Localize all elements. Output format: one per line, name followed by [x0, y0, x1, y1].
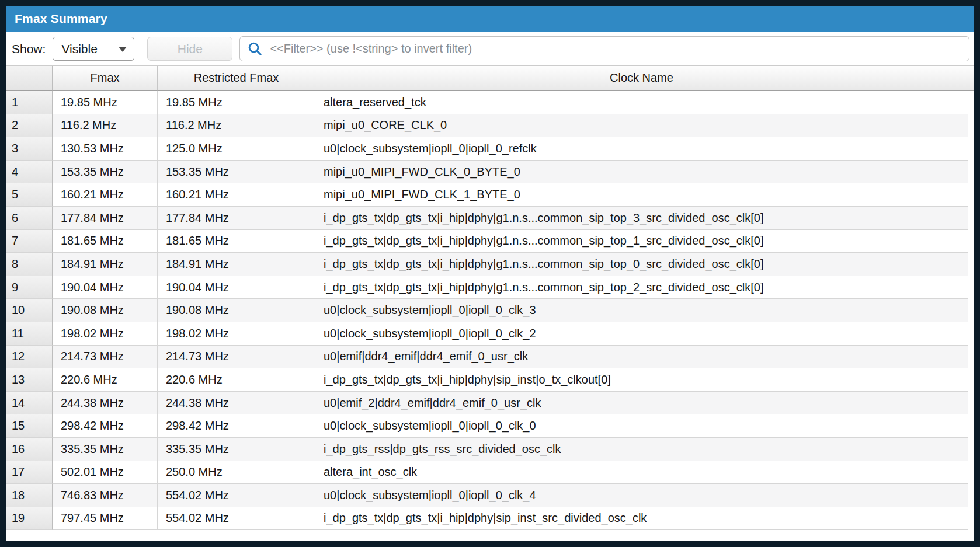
row-spacer: [968, 91, 974, 114]
row-number[interactable]: 13: [6, 368, 53, 392]
row-spacer: [968, 438, 974, 461]
row-spacer: [968, 368, 974, 392]
row-spacer: [968, 484, 974, 507]
column-header-clock-name[interactable]: Clock Name: [315, 66, 968, 91]
row-spacer: [968, 299, 974, 322]
row-number[interactable]: 1: [6, 91, 53, 114]
cell-clock-name: u0|clock_subsystem|iopll_0|iopll_0_clk_3: [315, 299, 968, 322]
cell-restricted-fmax: 181.65 MHz: [158, 230, 315, 253]
cell-fmax: 746.83 MHz: [53, 484, 158, 507]
cell-restricted-fmax: 184.91 MHz: [158, 253, 315, 276]
table-row[interactable]: 1 19.85 MHz 19.85 MHz altera_reserved_tc…: [6, 91, 974, 114]
table-row[interactable]: 17 502.01 MHz 250.0 MHz altera_int_osc_c…: [6, 461, 974, 485]
cell-clock-name: u0|clock_subsystem|iopll_0|iopll_0_clk_4: [315, 484, 968, 507]
row-number[interactable]: 19: [6, 507, 53, 531]
table-body: 1 19.85 MHz 19.85 MHz altera_reserved_tc…: [6, 91, 974, 530]
row-spacer: [968, 392, 974, 415]
table-row[interactable]: 14 244.38 MHz 244.38 MHz u0|emif_2|ddr4_…: [6, 392, 974, 415]
cell-clock-name: u0|clock_subsystem|iopll_0|iopll_0_refcl…: [315, 137, 968, 161]
cell-clock-name: i_dp_gts_tx|dp_gts_tx|i_hip|dphy|sip_ins…: [315, 368, 968, 392]
row-number[interactable]: 17: [6, 461, 53, 485]
cell-clock-name: i_dp_gts_tx|dp_gts_tx|i_hip|dphy|sip_ins…: [315, 507, 968, 531]
row-number[interactable]: 7: [6, 230, 53, 253]
row-number[interactable]: 4: [6, 161, 53, 184]
panel-title: Fmax Summary: [15, 12, 107, 26]
cell-fmax: 116.2 MHz: [53, 114, 158, 138]
cell-fmax: 130.53 MHz: [53, 137, 158, 161]
row-number[interactable]: 14: [6, 392, 53, 415]
table-row[interactable]: 16 335.35 MHz 335.35 MHz i_dp_gts_rss|dp…: [6, 438, 974, 461]
row-number[interactable]: 8: [6, 253, 53, 276]
table-row[interactable]: 10 190.08 MHz 190.08 MHz u0|clock_subsys…: [6, 299, 974, 322]
table-row[interactable]: 2 116.2 MHz 116.2 MHz mipi_u0_CORE_CLK_0: [6, 114, 974, 138]
window-frame: Fmax Summary Show: Visible Hide: [0, 0, 980, 547]
row-number[interactable]: 11: [6, 322, 53, 346]
filter-input[interactable]: [269, 41, 963, 56]
hide-button[interactable]: Hide: [147, 37, 232, 61]
cell-clock-name: mipi_u0_MIPI_FWD_CLK_0_BYTE_0: [315, 161, 968, 184]
cell-fmax: 214.73 MHz: [53, 346, 158, 369]
table-row[interactable]: 19 797.45 MHz 554.02 MHz i_dp_gts_tx|dp_…: [6, 507, 974, 531]
bottom-filler: [6, 530, 974, 541]
cell-fmax: 190.08 MHz: [53, 299, 158, 322]
cell-fmax: 298.42 MHz: [53, 414, 158, 438]
cell-restricted-fmax: 198.02 MHz: [158, 322, 315, 346]
cell-clock-name: i_dp_gts_tx|dp_gts_tx|i_hip|dphy|g1.n.s.…: [315, 207, 968, 230]
column-header-fmax[interactable]: Fmax: [53, 66, 158, 91]
row-spacer: [968, 461, 974, 485]
filter-field[interactable]: [239, 36, 969, 61]
cell-fmax: 177.84 MHz: [53, 207, 158, 230]
row-number[interactable]: 12: [6, 346, 53, 369]
table-row[interactable]: 8 184.91 MHz 184.91 MHz i_dp_gts_tx|dp_g…: [6, 253, 974, 276]
cell-fmax: 184.91 MHz: [53, 253, 158, 276]
cell-restricted-fmax: 116.2 MHz: [158, 114, 315, 138]
cell-fmax: 502.01 MHz: [53, 461, 158, 485]
cell-fmax: 160.21 MHz: [53, 183, 158, 207]
cell-fmax: 181.65 MHz: [53, 230, 158, 253]
table-row[interactable]: 7 181.65 MHz 181.65 MHz i_dp_gts_tx|dp_g…: [6, 230, 974, 253]
cell-clock-name: i_dp_gts_rss|dp_gts_rss_src_divided_osc_…: [315, 438, 968, 461]
fmax-table: Fmax Restricted Fmax Clock Name 1 19.85 …: [6, 65, 974, 541]
row-spacer: [968, 346, 974, 369]
table-row[interactable]: 9 190.04 MHz 190.04 MHz i_dp_gts_tx|dp_g…: [6, 276, 974, 299]
table-row[interactable]: 13 220.6 MHz 220.6 MHz i_dp_gts_tx|dp_gt…: [6, 368, 974, 392]
cell-restricted-fmax: 190.04 MHz: [158, 276, 315, 299]
table-row[interactable]: 5 160.21 MHz 160.21 MHz mipi_u0_MIPI_FWD…: [6, 183, 974, 207]
row-number[interactable]: 10: [6, 299, 53, 322]
row-spacer: [968, 322, 974, 346]
cell-clock-name: u0|emif_2|ddr4_emif|ddr4_emif_0_usr_clk: [315, 392, 968, 415]
cell-restricted-fmax: 153.35 MHz: [158, 161, 315, 184]
cell-clock-name: u0|clock_subsystem|iopll_0|iopll_0_clk_2: [315, 322, 968, 346]
column-header-restricted-fmax[interactable]: Restricted Fmax: [158, 66, 315, 91]
row-number[interactable]: 9: [6, 276, 53, 299]
row-number[interactable]: 15: [6, 414, 53, 438]
cell-fmax: 797.45 MHz: [53, 507, 158, 531]
table-row[interactable]: 3 130.53 MHz 125.0 MHz u0|clock_subsyste…: [6, 137, 974, 161]
cell-clock-name: i_dp_gts_tx|dp_gts_tx|i_hip|dphy|g1.n.s.…: [315, 276, 968, 299]
search-icon: [247, 41, 263, 57]
cell-clock-name: i_dp_gts_tx|dp_gts_tx|i_hip|dphy|g1.n.s.…: [315, 253, 968, 276]
table-row[interactable]: 15 298.42 MHz 298.42 MHz u0|clock_subsys…: [6, 414, 974, 438]
row-number[interactable]: 6: [6, 207, 53, 230]
table-row[interactable]: 11 198.02 MHz 198.02 MHz u0|clock_subsys…: [6, 322, 974, 346]
row-spacer: [968, 114, 974, 138]
cell-restricted-fmax: 214.73 MHz: [158, 346, 315, 369]
row-number[interactable]: 3: [6, 137, 53, 161]
row-number[interactable]: 18: [6, 484, 53, 507]
table-row[interactable]: 6 177.84 MHz 177.84 MHz i_dp_gts_tx|dp_g…: [6, 207, 974, 230]
row-number[interactable]: 16: [6, 438, 53, 461]
show-dropdown[interactable]: Visible: [53, 37, 134, 61]
cell-restricted-fmax: 19.85 MHz: [158, 91, 315, 114]
table-row[interactable]: 18 746.83 MHz 554.02 MHz u0|clock_subsys…: [6, 484, 974, 507]
cell-fmax: 190.04 MHz: [53, 276, 158, 299]
row-spacer: [968, 414, 974, 438]
cell-clock-name: i_dp_gts_tx|dp_gts_tx|i_hip|dphy|g1.n.s.…: [315, 230, 968, 253]
cell-restricted-fmax: 125.0 MHz: [158, 137, 315, 161]
table-row[interactable]: 4 153.35 MHz 153.35 MHz mipi_u0_MIPI_FWD…: [6, 161, 974, 184]
row-number[interactable]: 2: [6, 114, 53, 138]
cell-restricted-fmax: 220.6 MHz: [158, 368, 315, 392]
cell-clock-name: altera_int_osc_clk: [315, 461, 968, 485]
row-number[interactable]: 5: [6, 183, 53, 207]
table-row[interactable]: 12 214.73 MHz 214.73 MHz u0|emif|ddr4_em…: [6, 346, 974, 369]
row-spacer: [968, 207, 974, 230]
